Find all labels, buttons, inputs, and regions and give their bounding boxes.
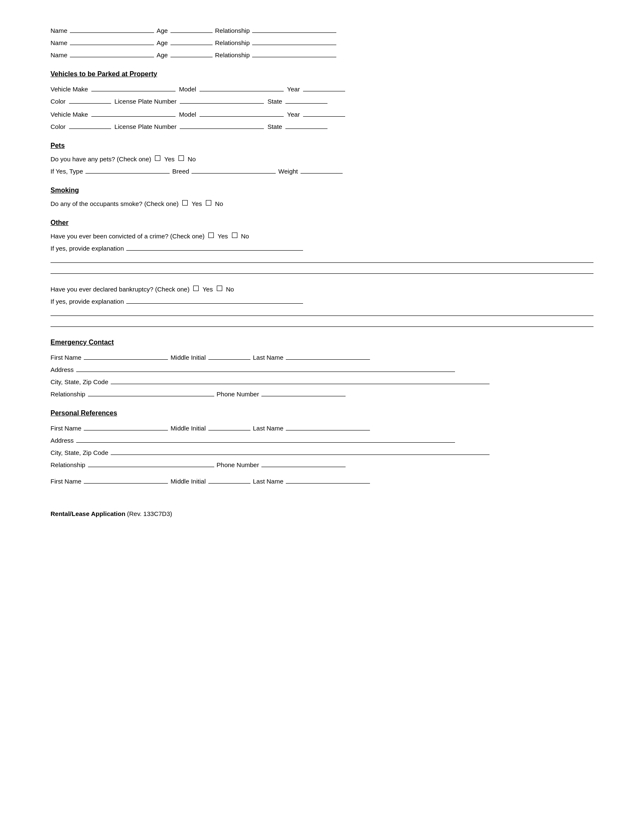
name-field-3[interactable]	[70, 50, 154, 57]
pets-section: Pets Do you have any pets? (Check one) Y…	[51, 142, 593, 175]
pets-title: Pets	[51, 142, 593, 150]
crime-no-checkbox[interactable]	[232, 233, 237, 238]
relationship-field-3[interactable]	[252, 50, 336, 57]
vehicle-state-field-1[interactable]	[285, 96, 327, 104]
ref2-last-name-field[interactable]	[286, 476, 370, 484]
name-field-1[interactable]	[70, 25, 154, 33]
smoking-title: Smoking	[51, 187, 593, 194]
vehicle-color-label-1: Color	[51, 98, 66, 105]
ref1-first-name-label: First Name	[51, 425, 81, 432]
vehicle-model-field-2[interactable]	[200, 109, 284, 117]
smoking-no-checkbox[interactable]	[206, 200, 211, 206]
crime-explanation-label: If yes, provide explanation	[51, 245, 124, 252]
emergency-name-line: First Name Middle Initial Last Name	[51, 352, 593, 361]
footer-revision: (Rev. 133C7D3)	[127, 510, 172, 517]
vehicle-color-field-1[interactable]	[69, 96, 111, 104]
vehicle-state-label-2: State	[267, 123, 282, 130]
crime-line-1[interactable]	[51, 255, 593, 263]
crime-line-2[interactable]	[51, 266, 593, 274]
ref1-phone-label: Phone Number	[217, 461, 259, 468]
vehicle-license-field-2[interactable]	[180, 121, 264, 129]
relationship-label-1: Relationship	[215, 27, 250, 34]
bankruptcy-line-1[interactable]	[51, 308, 593, 316]
name-field-2[interactable]	[70, 37, 154, 45]
vehicle-year-label-2: Year	[287, 111, 300, 118]
age-label-2: Age	[157, 39, 168, 46]
emergency-first-name-field[interactable]	[84, 352, 168, 360]
ref1-first-name-field[interactable]	[84, 423, 168, 430]
crime-yes-label: Yes	[218, 233, 228, 240]
bankruptcy-no-checkbox[interactable]	[217, 286, 222, 291]
smoking-yes-checkbox[interactable]	[182, 200, 188, 206]
vehicle-license-field-1[interactable]	[180, 96, 264, 104]
emergency-relationship-field[interactable]	[88, 389, 214, 396]
vehicle-2-row-1: Vehicle Make Model Year	[51, 109, 593, 118]
emergency-last-name-field[interactable]	[286, 352, 370, 360]
emergency-last-name-label: Last Name	[253, 354, 284, 361]
pets-breed-label: Breed	[172, 168, 189, 175]
ref2-middle-initial-label: Middle Initial	[170, 478, 205, 485]
pets-no-checkbox[interactable]	[178, 155, 184, 161]
personal-references-section: Personal References First Name Middle In…	[51, 409, 593, 485]
vehicle-model-label-2: Model	[179, 111, 196, 118]
footer: Rental/Lease Application (Rev. 133C7D3)	[51, 510, 593, 517]
ref1-phone-field[interactable]	[261, 460, 346, 467]
vehicle-year-field-2[interactable]	[303, 109, 345, 117]
ref1-address-field[interactable]	[76, 435, 455, 443]
bankruptcy-line-2[interactable]	[51, 319, 593, 327]
pets-breed-field[interactable]	[192, 166, 276, 174]
emergency-middle-initial-field[interactable]	[208, 352, 250, 360]
vehicle-color-field-2[interactable]	[69, 121, 111, 129]
vehicles-section: Vehicles to be Parked at Property Vehicl…	[51, 70, 593, 130]
bankruptcy-explanation-field[interactable]	[126, 296, 303, 304]
crime-no-label: No	[241, 233, 249, 240]
vehicle-1-row-2: Color License Plate Number State	[51, 96, 593, 105]
age-field-1[interactable]	[170, 25, 213, 33]
other-section: Other Have you ever been convicted of a …	[51, 219, 593, 327]
relationship-field-2[interactable]	[252, 37, 336, 45]
name-label-2: Name	[51, 39, 67, 46]
pets-details-line: If Yes, Type Breed Weight	[51, 166, 593, 175]
vehicle-model-field-1[interactable]	[200, 84, 284, 91]
emergency-phone-field[interactable]	[261, 389, 346, 396]
vehicle-make-field-1[interactable]	[91, 84, 176, 91]
bankruptcy-question-line: Have you ever declared bankruptcy? (Chec…	[51, 286, 593, 293]
ref1-middle-initial-field[interactable]	[208, 423, 250, 430]
pets-type-field[interactable]	[85, 166, 170, 174]
age-field-2[interactable]	[170, 37, 213, 45]
personal-references-title: Personal References	[51, 409, 593, 417]
ref1-relationship-field[interactable]	[88, 460, 214, 467]
crime-explanation-field[interactable]	[126, 243, 303, 251]
vehicle-state-field-2[interactable]	[285, 121, 327, 129]
ref2-first-name-field[interactable]	[84, 476, 168, 484]
crime-yes-checkbox[interactable]	[208, 233, 214, 238]
vehicle-2: Vehicle Make Model Year Color License Pl…	[51, 109, 593, 130]
pets-type-label: If Yes, Type	[51, 168, 83, 175]
vehicle-year-field-1[interactable]	[303, 84, 345, 91]
vehicle-1-row-1: Vehicle Make Model Year	[51, 84, 593, 93]
vehicles-title: Vehicles to be Parked at Property	[51, 70, 593, 78]
vehicle-make-field-2[interactable]	[91, 109, 176, 117]
ref1-address-label: Address	[51, 437, 74, 444]
ref1-last-name-field[interactable]	[286, 423, 370, 430]
ref2-middle-initial-field[interactable]	[208, 476, 250, 484]
ref1-middle-initial-label: Middle Initial	[170, 425, 205, 432]
bankruptcy-yes-checkbox[interactable]	[193, 286, 199, 291]
relationship-label-2: Relationship	[215, 39, 250, 46]
name-label-1: Name	[51, 27, 67, 34]
emergency-city-state-zip-field[interactable]	[111, 377, 490, 384]
emergency-contact-title: Emergency Contact	[51, 339, 593, 346]
crime-question: Have you ever been convicted of a crime?…	[51, 233, 205, 240]
smoking-question-line: Do any of the occupants smoke? (Check on…	[51, 200, 593, 207]
age-field-3[interactable]	[170, 50, 213, 57]
vehicle-license-label-1: License Plate Number	[114, 98, 177, 105]
vehicle-make-label-1: Vehicle Make	[51, 86, 88, 93]
ref2-name-line: First Name Middle Initial Last Name	[51, 476, 593, 485]
emergency-address-field[interactable]	[76, 364, 455, 372]
pets-weight-field[interactable]	[301, 166, 343, 174]
relationship-field-1[interactable]	[252, 25, 336, 33]
pets-yes-checkbox[interactable]	[155, 155, 160, 161]
ref1-city-state-zip-label: City, State, Zip Code	[51, 449, 108, 456]
smoking-yes-label: Yes	[192, 200, 202, 207]
ref1-city-state-zip-field[interactable]	[111, 447, 490, 455]
